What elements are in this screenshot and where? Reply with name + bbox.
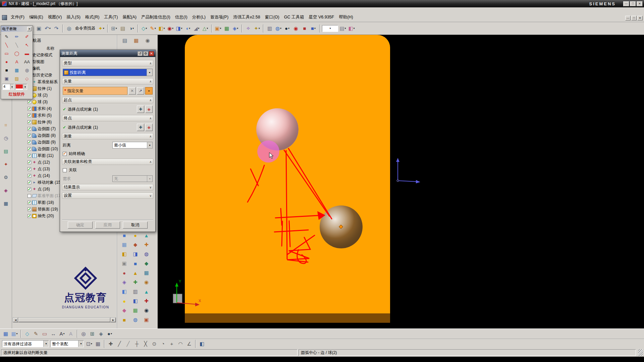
- tree-checkbox[interactable]: [28, 147, 31, 151]
- wireframe-view-icon[interactable]: ◈: [97, 329, 105, 338]
- surface-sphere-icon[interactable]: ●: [120, 297, 128, 305]
- fit-view-icon[interactable]: ⊞: [88, 329, 96, 338]
- annotation-pencil-icon[interactable]: ✎: [32, 329, 40, 338]
- tree-checkbox[interactable]: [28, 181, 31, 184]
- measure-type-dropdown[interactable]: [147, 69, 152, 76]
- graphics-viewport[interactable]: Y X: [158, 35, 644, 328]
- line-tool-icon[interactable]: ╲: [2, 41, 11, 49]
- undo-icon[interactable]: ↶: [44, 24, 52, 33]
- toolbar-icon[interactable]: [241, 24, 242, 33]
- tree-checkbox[interactable]: [28, 214, 31, 218]
- sketch-icon[interactable]: ✎: [149, 24, 157, 33]
- maximize-button[interactable]: [630, 1, 636, 6]
- sync-offset-region-icon[interactable]: ●: [120, 269, 128, 277]
- text-tool-icon[interactable]: A: [12, 58, 21, 66]
- command-finder-icon[interactable]: ◎: [65, 24, 73, 33]
- arrow-tool-icon[interactable]: ↖: [22, 41, 32, 49]
- surface-patch-icon[interactable]: ▣: [143, 316, 151, 324]
- requirement-dropdown[interactable]: [147, 176, 152, 182]
- tree-checkbox[interactable]: [28, 114, 31, 117]
- clear-vector-button[interactable]: ✕: [128, 87, 136, 95]
- surface-mesh-icon[interactable]: ▦: [131, 306, 140, 314]
- redo-icon[interactable]: ↷: [52, 24, 60, 33]
- menu-item[interactable]: 视图(V): [46, 13, 64, 21]
- toolbar-icon[interactable]: [138, 24, 138, 33]
- layer-icon[interactable]: ▤: [339, 24, 347, 33]
- tree-checkbox[interactable]: [28, 167, 31, 171]
- unite-icon[interactable]: ◨: [175, 24, 183, 33]
- role-icon[interactable]: ■: [301, 24, 309, 33]
- menu-item[interactable]: 分析(L): [190, 13, 208, 21]
- tree-checkbox[interactable]: [28, 174, 31, 178]
- command-finder-go-icon[interactable]: ✦: [97, 24, 105, 33]
- surface-through-curves-icon[interactable]: ◧: [131, 297, 140, 305]
- section-measure[interactable]: 测量: [62, 133, 153, 139]
- snap-tangent-icon[interactable]: ◠: [176, 340, 184, 348]
- snap-angle-icon[interactable]: ∠: [185, 340, 193, 348]
- color-palette-icon[interactable]: ◧: [347, 24, 356, 33]
- history-palette-icon[interactable]: ◈: [2, 187, 10, 194]
- view-orient-icon[interactable]: ◑: [127, 24, 136, 33]
- dialog-titlebar[interactable]: 测量距离: [60, 50, 155, 57]
- command-finder-label[interactable]: 命令查找器: [74, 24, 97, 33]
- section-settings[interactable]: 设置: [62, 192, 153, 199]
- snap-endpoint-icon[interactable]: ╱: [115, 340, 123, 348]
- menu-item[interactable]: 编辑(E): [27, 13, 46, 21]
- tree-checkbox[interactable]: [28, 134, 31, 137]
- tree-checkbox[interactable]: [28, 194, 31, 198]
- associative-checkbox[interactable]: [63, 168, 67, 172]
- dialog-options-button[interactable]: [143, 51, 148, 56]
- navigator-column-header[interactable]: 名称: [46, 46, 54, 51]
- extrude-icon[interactable]: ◧: [158, 24, 166, 33]
- blackboard-tool-icon[interactable]: ■: [2, 66, 11, 74]
- feature-sphere-icon[interactable]: ●: [131, 231, 140, 239]
- part-base-face[interactable]: [185, 313, 390, 323]
- feature-block-icon[interactable]: ■: [120, 231, 128, 239]
- highlight-icon[interactable]: ◉: [292, 24, 300, 33]
- section-type[interactable]: 类型: [62, 60, 153, 66]
- scrollbar-thumb[interactable]: [18, 318, 110, 322]
- window-layout-icon[interactable]: ▥: [266, 24, 274, 33]
- shape-tool-icon[interactable]: ◇: [22, 74, 32, 82]
- tree-checkbox[interactable]: [28, 120, 31, 124]
- section-start-point[interactable]: 起点: [62, 97, 153, 103]
- chamfer-icon[interactable]: ◢: [193, 24, 201, 33]
- scroll-left-button[interactable]: [13, 318, 18, 322]
- bottom-toolbar-icon[interactable]: [77, 330, 77, 338]
- assembly-icon[interactable]: ■: [309, 24, 317, 33]
- selection-options-icon[interactable]: ⊡: [85, 340, 93, 348]
- menu-item[interactable]: GC 工具箱: [282, 13, 307, 21]
- feature-groove-icon[interactable]: ◨: [131, 250, 140, 258]
- save-annotation-icon[interactable]: ▣: [2, 74, 11, 82]
- tree-checkbox[interactable]: [28, 161, 31, 164]
- snap-existing-point-icon[interactable]: +: [168, 340, 176, 348]
- text-style-icon[interactable]: A: [67, 329, 75, 338]
- exact-checkbox[interactable]: [63, 152, 67, 156]
- touch-mode-icon[interactable]: ⊞: [110, 24, 118, 33]
- feature-pad-icon[interactable]: ◧: [120, 250, 128, 258]
- part-navigator-icon[interactable]: ▤: [2, 147, 10, 155]
- filled-rect-tool-icon[interactable]: ▬: [22, 49, 32, 57]
- doc-close-button[interactable]: [637, 16, 643, 20]
- menu-item[interactable]: 文件(F): [8, 13, 27, 21]
- orientation-triad[interactable]: [389, 154, 426, 191]
- wcs-y-axis[interactable]: [175, 283, 178, 303]
- constraint-navigator-icon[interactable]: ◷: [2, 134, 10, 142]
- selection-scope-dropdown[interactable]: [78, 341, 84, 347]
- highlight-toggle-icon[interactable]: ▦: [94, 340, 102, 348]
- selection-scope-combo[interactable]: 整个装配: [50, 340, 84, 347]
- snap-midpoint-icon[interactable]: ╱: [124, 340, 132, 348]
- distance-method-dropdown[interactable]: [147, 142, 152, 148]
- tree-checkbox[interactable]: [28, 187, 31, 191]
- tree-checkbox[interactable]: [28, 207, 31, 211]
- toolbar-icon[interactable]: [211, 24, 212, 33]
- dimension-tool-icon[interactable]: ↔: [49, 329, 57, 338]
- ellipse-tool-icon[interactable]: ◯: [12, 49, 21, 57]
- shaded-view-icon[interactable]: ●: [106, 329, 114, 338]
- surface-swept-icon[interactable]: ◆: [120, 306, 128, 314]
- zoom-tool-icon[interactable]: ◎: [22, 66, 32, 74]
- save-file-icon[interactable]: ▣: [35, 24, 43, 33]
- measure-icon[interactable]: ✧: [244, 24, 252, 33]
- requirement-combo[interactable]: 无: [112, 175, 153, 182]
- materials-icon[interactable]: ▦: [2, 200, 10, 207]
